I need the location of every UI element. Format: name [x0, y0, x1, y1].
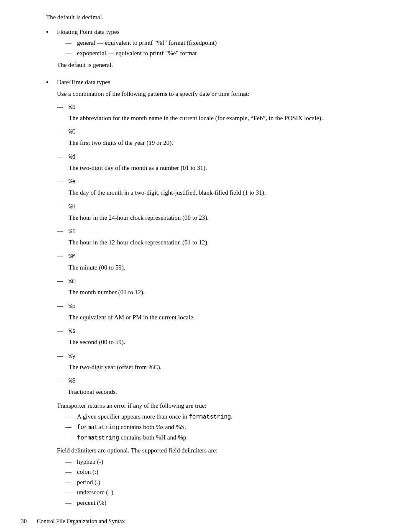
dash-item: — A given specifier appears more than on… [65, 412, 366, 421]
desc-e: The day of the month in a two-digit, rig… [69, 188, 366, 198]
entry-H: — %H [57, 202, 366, 211]
dash-symbol: — [57, 127, 69, 136]
float-exponential: exponential — equivalent to printf "%e" … [77, 49, 366, 58]
delimiters-list: — hyphen (-) — colon (:) — period (.) — … [65, 457, 366, 508]
dash-symbol: — [57, 102, 69, 112]
dash-symbol: — [65, 467, 77, 477]
dash-item: — hyphen (-) [65, 457, 366, 467]
code-b: %b [69, 102, 366, 112]
datetime-title: Date/Time data types [57, 77, 366, 87]
entry-m: — %m [57, 276, 366, 286]
desc-M: The minute (00 to 59). [69, 263, 366, 272]
dash-symbol: — [57, 152, 69, 162]
transporter-item-1: A given specifier appears more than once… [77, 412, 366, 421]
dash-symbol: — [57, 301, 69, 311]
code-S: %S [69, 376, 366, 386]
code-d: %d [69, 152, 366, 162]
dash-symbol: — [65, 478, 77, 487]
page-footer: 30 Control File Organization and Syntax [0, 518, 399, 525]
dash-symbol: — [65, 412, 77, 421]
dash-symbol: — [65, 38, 77, 48]
datetime-intro: Use a combination of the following patte… [57, 89, 366, 99]
dash-item: — general — equivalent to printf "%f" fo… [65, 38, 366, 48]
bullet-content-datetime: Date/Time data types Use a combination o… [57, 77, 366, 510]
dash-symbol: — [65, 422, 77, 432]
dash-symbol: — [65, 457, 77, 467]
delimiters-intro: Field delimiters are optional. The suppo… [57, 446, 366, 455]
delimiters-percent: percent (%) [77, 498, 366, 508]
entry-y: — %y [57, 351, 366, 361]
code-C: %C [69, 127, 366, 136]
page-number: 30 [21, 518, 27, 525]
transporter-item-2: formatstring contains both %s and %S. [77, 422, 366, 432]
entry-M: — %M [57, 252, 366, 261]
footer-text: Control File Organization and Syntax [37, 518, 125, 525]
entry-d: — %d [57, 152, 366, 162]
dash-symbol: — [57, 202, 69, 211]
code-s: %s [69, 326, 366, 336]
entry-s: — %s [57, 326, 366, 336]
dash-symbol: — [65, 488, 77, 497]
float-general: general — equivalent to printf "%f" form… [77, 38, 366, 48]
dash-item: — colon (:) [65, 467, 366, 477]
transporter-list: — A given specifier appears more than on… [65, 412, 366, 442]
dash-symbol: — [57, 351, 69, 361]
main-bullet-list: • Floating Point data types — general — … [46, 27, 366, 510]
entry-S: — %S [57, 376, 366, 386]
entry-p: — %p [57, 301, 366, 311]
code-p: %p [69, 301, 366, 311]
bullet-dot: • [46, 27, 54, 38]
dash-symbol: — [57, 276, 69, 286]
dash-item: — formatstring contains both %s and %S. [65, 422, 366, 432]
dash-symbol: — [57, 326, 69, 336]
desc-m: The month number (01 to 12). [69, 288, 366, 297]
entry-b: — %b [57, 102, 366, 112]
dash-item: — exponential — equivalent to printf "%e… [65, 49, 366, 58]
code-I: %I [69, 226, 366, 236]
entry-e: — %e [57, 177, 366, 186]
code-e: %e [69, 177, 366, 186]
entry-C: — %C [57, 127, 366, 136]
page-container: The default is decimal. • Floating Point… [0, 0, 399, 532]
delimiters-underscore: underscore (_) [77, 488, 366, 497]
dash-symbol: — [65, 49, 77, 58]
code-y: %y [69, 351, 366, 361]
dash-symbol: — [57, 252, 69, 261]
list-item: • Date/Time data types Use a combination… [46, 77, 366, 510]
dash-symbol: — [57, 376, 69, 386]
entry-I: — %I [57, 226, 366, 236]
desc-b: The abbreviation for the month name in t… [69, 113, 366, 123]
dash-item: — percent (%) [65, 498, 366, 508]
float-dash-list: — general — equivalent to printf "%f" fo… [65, 38, 366, 58]
datetime-entries: — %b The abbreviation for the month name… [57, 102, 366, 397]
desc-S: Fractional seconds. [69, 387, 366, 397]
dash-symbol: — [57, 177, 69, 186]
dash-symbol: — [57, 226, 69, 236]
dash-symbol: — [65, 433, 77, 442]
transporter-intro: Transporter returns an error if any of t… [57, 401, 366, 411]
dash-symbol: — [65, 498, 77, 508]
delimiters-period: period (.) [77, 478, 366, 487]
float-default: The default is general. [57, 60, 366, 70]
desc-C: The first two digits of the year (19 or … [69, 138, 366, 148]
dash-item: — underscore (_) [65, 488, 366, 497]
transporter-item-3: formatstring contains both %H and %p. [77, 433, 366, 442]
bullet-content-float: Floating Point data types — general — eq… [57, 27, 366, 75]
bullet-dot: • [46, 77, 54, 88]
delimiters-colon: colon (:) [77, 467, 366, 477]
desc-y: The two-digit year (offset from %C). [69, 362, 366, 372]
delimiters-hyphen: hyphen (-) [77, 457, 366, 467]
code-H: %H [69, 202, 366, 211]
desc-s: The second (00 to 59). [69, 337, 366, 347]
list-item: • Floating Point data types — general — … [46, 27, 366, 75]
dash-item: — formatstring contains both %H and %p. [65, 433, 366, 442]
desc-p: The equivalent of AM or PM in the curren… [69, 313, 366, 322]
dash-item: — period (.) [65, 478, 366, 487]
code-m: %m [69, 276, 366, 286]
code-M: %M [69, 252, 366, 261]
desc-I: The hour in the 12-hour clock representa… [69, 238, 366, 247]
intro-paragraph: The default is decimal. [46, 13, 366, 22]
floating-point-title: Floating Point data types [57, 27, 366, 37]
desc-H: The hour in the 24-hour clock representa… [69, 213, 366, 223]
desc-d: The two-digit day of the month as a numb… [69, 163, 366, 173]
